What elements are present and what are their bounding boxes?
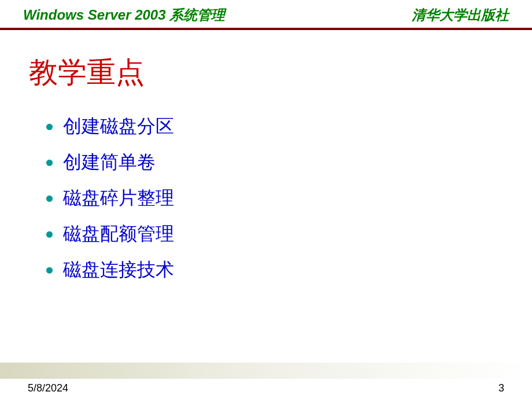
list-item: 创建磁盘分区 [46,114,503,139]
list-item: 磁盘连接技术 [46,257,503,283]
bullet-icon [46,124,53,130]
slide-footer: 5/8/2024 3 [0,379,532,399]
slide-content: 教学重点 创建磁盘分区 创建简单卷 磁盘碎片整理 磁盘配额管理 磁盘连接技术 [0,30,532,305]
bullet-text: 创建磁盘分区 [63,114,174,139]
bullet-text: 创建简单卷 [63,150,156,175]
slide-header: Windows Server 2003 系统管理 清华大学出版社 [0,0,532,28]
bullet-icon [46,267,53,274]
bullet-icon [46,231,53,238]
footer-page-number: 3 [498,382,504,394]
header-right-text: 清华大学出版社 [412,6,509,24]
bullet-text: 磁盘配额管理 [63,221,174,247]
bullet-icon [46,160,53,166]
footer-date: 5/8/2024 [28,382,68,394]
slide-title: 教学重点 [29,53,503,92]
bullet-list: 创建磁盘分区 创建简单卷 磁盘碎片整理 磁盘配额管理 磁盘连接技术 [29,114,503,283]
list-item: 创建简单卷 [46,150,503,175]
header-left-text: Windows Server 2003 系统管理 [23,6,225,24]
bullet-text: 磁盘连接技术 [63,257,174,283]
list-item: 磁盘配额管理 [46,221,503,247]
slide-footer-area: 5/8/2024 3 [0,363,532,399]
bullet-icon [46,195,53,202]
footer-gradient-bar [0,363,532,379]
bullet-text: 磁盘碎片整理 [63,186,174,211]
list-item: 磁盘碎片整理 [46,186,503,211]
